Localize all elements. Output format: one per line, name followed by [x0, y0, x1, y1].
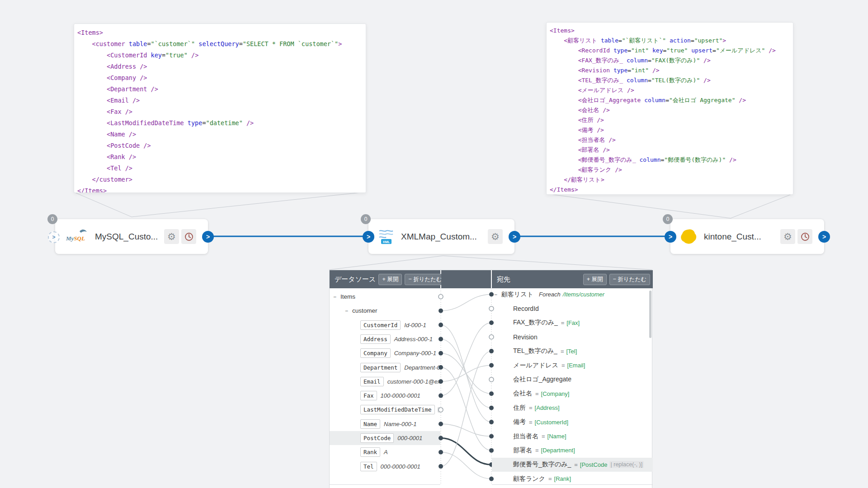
sample-value: Name-000-1: [384, 421, 416, 427]
mapping-expression: [Email]: [567, 362, 585, 369]
xmlmap-icon: XML: [377, 229, 395, 245]
mapping-connection[interactable]: [441, 424, 491, 436]
connection-dot[interactable]: [439, 436, 443, 441]
connection-dot[interactable]: [439, 337, 443, 341]
sample-value: A: [384, 449, 388, 455]
dest-tree-row[interactable]: 会社名=[Company]: [492, 387, 653, 401]
source-tree-row[interactable]: CompanyCompany-000-1: [330, 346, 440, 360]
source-tree-row[interactable]: AddressAddress-000-1: [330, 332, 440, 346]
sample-value: 000-0000-0001: [381, 463, 420, 470]
mapping-expression: [CustomerId]: [535, 419, 568, 426]
mapping-connection[interactable]: [441, 452, 491, 479]
connection-dot[interactable]: [439, 450, 443, 455]
mapping-expression: [Company]: [541, 390, 570, 397]
dest-tree-row[interactable]: Revision: [492, 330, 653, 344]
node-kintone-customer[interactable]: 0 > kintone_Cust... ⚙ >: [670, 219, 824, 254]
source-tree-row[interactable]: Tel000-0000-0001: [330, 460, 440, 474]
mapping-expression: [Fax]: [566, 319, 580, 326]
source-tree-row[interactable]: Emailcustomer-000-1@exa: [330, 375, 440, 389]
dest-tree-row[interactable]: 郵便番号_数字のみ_=[PostCode| replace(-, )]: [492, 458, 653, 472]
source-field-chip: Name: [360, 419, 380, 429]
source-tree-row[interactable]: DepartmentDepartment-00: [330, 361, 440, 375]
dest-tree-row[interactable]: 会社ロゴ_Aggregate: [492, 372, 653, 386]
gear-icon: ⚙: [783, 232, 792, 241]
sample-value: Id-000-1: [404, 322, 426, 328]
expand-button[interactable]: + 展開: [378, 274, 402, 285]
connection-dot[interactable]: [439, 295, 443, 299]
sample-value: customer-000-1@exa: [387, 378, 440, 385]
settings-button[interactable]: ⚙: [780, 229, 795, 244]
connection-dot[interactable]: [439, 351, 443, 356]
prev-arrow-icon[interactable]: >: [363, 231, 374, 243]
gear-icon: ⚙: [491, 232, 500, 241]
dest-field-label: Revision: [513, 333, 538, 341]
dest-field-label: TEL_数字のみ_: [513, 347, 557, 355]
dest-tree-row[interactable]: FAX_数字のみ_=[Fax]: [492, 316, 653, 330]
source-header: データソース + 展開 − 折りたたむ: [330, 270, 440, 288]
mapping-connection[interactable]: [441, 295, 491, 311]
dest-field-label: FAX_数字のみ_: [513, 319, 558, 327]
connection-dot[interactable]: [439, 422, 443, 426]
connection-dot[interactable]: [439, 394, 443, 398]
source-xml-code: <Items> <customer table="`customer`" sel…: [74, 24, 366, 193]
mapping-connection[interactable]: [441, 438, 491, 465]
start-port-icon[interactable]: >: [48, 231, 60, 243]
mapping-connection[interactable]: [441, 351, 491, 466]
source-tree-row[interactable]: CustomerIdId-000-1: [330, 318, 440, 332]
next-arrow-icon[interactable]: >: [202, 231, 214, 243]
dest-tree-row[interactable]: 顧客ランク=[Rank]: [492, 472, 653, 485]
next-arrow-icon[interactable]: >: [509, 231, 520, 243]
sample-value: Department-00: [404, 364, 440, 371]
settings-button[interactable]: ⚙: [488, 229, 503, 244]
connection-dot[interactable]: [439, 379, 443, 384]
source-tree-row[interactable]: −customer: [330, 304, 440, 318]
dest-tree-row[interactable]: メールアドレス=[Email]: [492, 358, 653, 372]
source-field-chip: Email: [360, 377, 384, 386]
expand-button[interactable]: + 展開: [583, 274, 607, 285]
tree-node-label: 顧客リスト: [501, 291, 533, 299]
dest-tree-row[interactable]: TEL_数字のみ_=[Tel]: [492, 344, 653, 358]
node-label[interactable]: XMLMap_Custom...: [401, 232, 486, 242]
sample-value: 000-0001: [397, 435, 422, 441]
schedule-button[interactable]: [797, 229, 812, 244]
source-tree-row[interactable]: Fax100-0000-0001: [330, 389, 440, 403]
collapse-minus-icon: −: [333, 294, 336, 300]
dest-tree-row[interactable]: 備考=[CustomerId]: [492, 415, 653, 429]
equals-sign: =: [529, 419, 533, 426]
connection-dot[interactable]: [439, 408, 443, 412]
source-tree-row[interactable]: LastModifiedDateTime: [330, 403, 440, 417]
connection-dot[interactable]: [439, 365, 443, 370]
svg-text:MySQL: MySQL: [66, 235, 85, 242]
source-field-chip: Address: [360, 334, 391, 344]
dest-tree-row[interactable]: −顧客リストForeach/Items/customer: [492, 288, 653, 301]
mapping-connection[interactable]: [441, 323, 491, 395]
connection-dot[interactable]: [439, 309, 443, 313]
collapse-button[interactable]: − 折りたたむ: [609, 274, 650, 285]
connection-dot[interactable]: [439, 323, 443, 327]
dest-tree-row[interactable]: RecordId: [492, 301, 653, 315]
source-tree-row[interactable]: NameName-000-1: [330, 417, 440, 431]
collapse-button[interactable]: − 折りたたむ: [405, 274, 445, 285]
node-label[interactable]: kintone_Cust...: [704, 232, 778, 242]
node-xmlmap[interactable]: 0 > XML XMLMap_Custom... ⚙ >: [368, 219, 514, 254]
dest-tree-row[interactable]: 担当者名=[Name]: [492, 429, 653, 443]
connection-dot[interactable]: [439, 464, 443, 469]
source-tree-row[interactable]: RankA: [330, 445, 440, 459]
dest-tree-row[interactable]: 部署名=[Department]: [492, 443, 653, 457]
dest-xml-tooltip: <Items> <顧客リスト table="`顧客リスト`" action="u…: [546, 22, 793, 195]
sample-value: 100-0000-0001: [381, 392, 420, 399]
source-field-chip: Department: [360, 363, 401, 372]
next-arrow-icon[interactable]: >: [818, 231, 830, 243]
prev-arrow-icon[interactable]: >: [665, 231, 676, 243]
dest-tree-row[interactable]: 住所=[Address]: [492, 401, 653, 415]
source-tree-row[interactable]: −Items: [330, 290, 440, 304]
mapping-connection[interactable]: [441, 366, 491, 382]
equals-sign: =: [548, 475, 552, 482]
equals-sign: =: [535, 390, 539, 397]
settings-button[interactable]: ⚙: [164, 229, 179, 244]
source-tree-row[interactable]: PostCode000-0001: [330, 431, 440, 445]
node-label[interactable]: MySQL_Custo...: [95, 232, 162, 242]
node-mysql-customer[interactable]: 0 > MySQL MySQL_Custo... ⚙ >: [55, 219, 208, 254]
schedule-button[interactable]: [181, 229, 196, 244]
source-field-chip: Fax: [360, 391, 377, 400]
